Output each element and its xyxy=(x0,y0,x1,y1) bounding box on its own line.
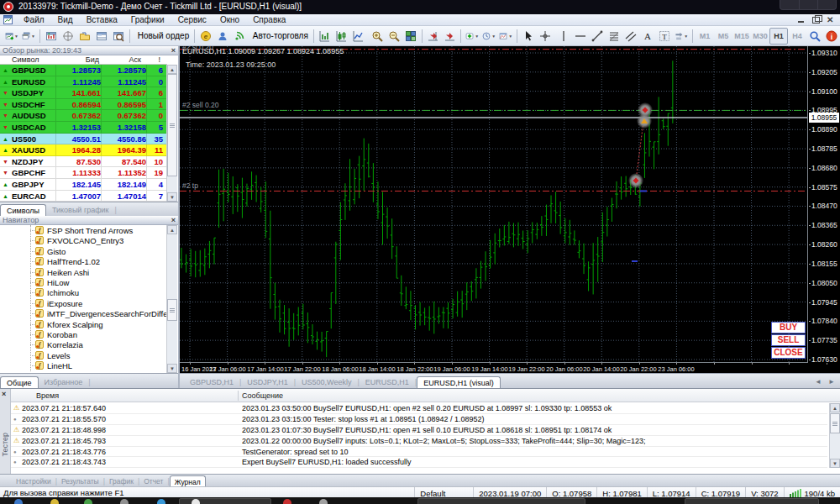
market-watch-button[interactable] xyxy=(43,28,60,45)
menu-2[interactable]: Вставка xyxy=(80,14,124,26)
navigator-item[interactable]: fLineHL xyxy=(0,360,166,370)
new-chart-button[interactable]: ▼ xyxy=(3,28,20,45)
market-watch-scrollbar[interactable]: ▲▼ xyxy=(166,65,177,202)
navigator-item[interactable]: fiMTF_DivergencesSearchForDifferentIn xyxy=(0,308,166,318)
navigator-item[interactable]: fIchimoku xyxy=(0,287,166,297)
minimize-icon[interactable] xyxy=(796,16,806,24)
market-watch-tab-0[interactable]: Символы xyxy=(0,204,46,217)
market-row-usdchf[interactable]: ▼USDCHF0.865940.865951 xyxy=(0,99,167,111)
menu-3[interactable]: Графики xyxy=(124,14,171,26)
market-row-usdjpy[interactable]: ▼USDJPY141.661141.6676 xyxy=(0,87,167,99)
timeframe-m15-button[interactable]: M15 xyxy=(732,28,751,45)
journal-tab-2[interactable]: График xyxy=(105,475,138,487)
journal-scrollbar[interactable]: ▲▼ xyxy=(829,403,840,468)
label-t-button[interactable]: T xyxy=(656,28,673,45)
market-row-nzdjpy[interactable]: ▼NZDJPY87.53087.54010 xyxy=(0,156,167,168)
close-icon[interactable]: × xyxy=(171,216,176,224)
chart-line-button[interactable] xyxy=(349,28,366,45)
indicators-button[interactable]: ▼ xyxy=(464,28,480,45)
taskbar-icon[interactable] xyxy=(192,499,200,504)
journal-tab-3[interactable]: Отчет xyxy=(139,475,167,487)
navigator-item[interactable]: fKoroban xyxy=(0,329,166,339)
data-window-button[interactable] xyxy=(60,28,76,45)
timeframe-h4-button[interactable]: H4 xyxy=(788,28,806,45)
market-row-xauusd[interactable]: ▲XAUUSD1964.281964.3911 xyxy=(0,144,167,156)
market-row-gbpusd[interactable]: ▲GBPUSD1.285731.285796 xyxy=(0,65,167,76)
chart-tab-0[interactable]: GBPUSD,H1 xyxy=(184,376,239,388)
shapes-button[interactable]: ▼ xyxy=(673,28,690,45)
sell-button[interactable]: SELL xyxy=(771,334,806,346)
hline-button[interactable] xyxy=(572,28,589,45)
zoom-in-button[interactable] xyxy=(369,28,386,45)
market-row-eurcad[interactable]: ▲EURCAD1.470071.470147 xyxy=(0,191,167,202)
buy-button[interactable]: BUY xyxy=(771,322,806,333)
market-row-gbpjpy[interactable]: ▲GBPJPY182.145182.1494 xyxy=(0,179,167,191)
navigator-item[interactable]: fHeiken Ashi xyxy=(0,267,166,277)
cursor-button[interactable] xyxy=(520,28,537,45)
navigator-item[interactable]: fKorrelazia xyxy=(0,339,166,349)
timeframe-m30-button[interactable]: M30 xyxy=(751,28,769,45)
market-row-audusd[interactable]: ▼AUDUSD0.673620.673620 xyxy=(0,110,167,122)
zoom-out-button[interactable] xyxy=(386,28,402,45)
navigator-button[interactable] xyxy=(76,28,93,45)
chart-tab-1[interactable]: USDJPY,H1 xyxy=(241,376,293,388)
windows-taskbar[interactable] xyxy=(0,497,840,504)
market-row-us500[interactable]: ▲US5004550.514550.8635 xyxy=(0,134,167,145)
signals-button[interactable] xyxy=(231,28,248,45)
menu-5[interactable]: Окно xyxy=(213,14,246,26)
navigator-item[interactable]: fFXVOLCANO_Entry3 xyxy=(0,235,166,245)
taskbar-icon[interactable] xyxy=(319,499,328,504)
navigator-item[interactable]: fHiLow xyxy=(0,277,166,287)
metaeditor-button[interactable]: e xyxy=(197,28,214,45)
journal-tab-0[interactable]: Настройки xyxy=(12,475,55,487)
chart-bars-button[interactable] xyxy=(316,28,333,45)
market-row-eurusd[interactable]: ▲EURUSD1.112451.112450 xyxy=(0,76,167,88)
navigator-item[interactable]: fHalfTrend-1.02 xyxy=(0,256,166,266)
channel-button[interactable] xyxy=(622,28,639,45)
menu-4[interactable]: Сервис xyxy=(171,14,213,26)
order2-open-marker[interactable] xyxy=(638,102,653,118)
taskbar-icon[interactable] xyxy=(283,499,291,504)
timeframe-m5-button[interactable]: M5 xyxy=(714,28,732,45)
new-order-button[interactable]: Новый ордер xyxy=(133,28,192,45)
autotrade-button[interactable]: Авто-торговля xyxy=(248,28,310,45)
scroll-down-icon[interactable]: ▼ xyxy=(830,459,840,468)
scroll-up-icon[interactable]: ▲ xyxy=(167,65,177,74)
chart-candles-button[interactable] xyxy=(333,28,349,45)
navigator-item[interactable]: fKforex Scalping xyxy=(0,319,166,329)
taskbar-icon[interactable] xyxy=(50,499,59,504)
chart-tabs-scroll-arrows[interactable]: ◄ ► xyxy=(815,378,837,386)
trendline-button[interactable] xyxy=(589,28,606,45)
terminal-button[interactable] xyxy=(93,28,110,45)
chart-tab-3[interactable]: EURUSD,H1 xyxy=(360,376,415,388)
close-button[interactable]: CLOSE xyxy=(771,347,806,359)
timeframe-h1-button[interactable]: H1 xyxy=(769,28,788,45)
close-icon[interactable]: × xyxy=(2,390,6,398)
restore-icon[interactable] xyxy=(811,16,822,24)
scroll-down-icon[interactable]: ▼ xyxy=(167,192,177,202)
scroll-up-icon[interactable]: ▲ xyxy=(167,225,177,234)
navigator-item[interactable]: fFSP Short Trend Arrows xyxy=(0,225,166,235)
navigator-item[interactable]: fGisto xyxy=(0,246,166,256)
chart-plot[interactable]: EURUSD,H1 1.09009 1.09267 1.08924 1.0895… xyxy=(180,46,808,363)
chart-tab-2[interactable]: US500,Weekly xyxy=(296,376,357,388)
periods-button[interactable]: ▼ xyxy=(480,28,497,45)
crosshair-button[interactable] xyxy=(537,28,554,45)
taskbar-icon[interactable] xyxy=(157,499,165,504)
close-icon[interactable]: ✕ xyxy=(827,16,837,24)
scroll-up-icon[interactable]: ▲ xyxy=(830,403,840,412)
market-watch-tab-1[interactable]: Тиковый график xyxy=(46,204,115,216)
vline-button[interactable] xyxy=(555,28,572,45)
scroll-down-icon[interactable]: ▼ xyxy=(167,364,177,373)
profiles-button[interactable]: ▼ xyxy=(20,28,37,45)
order1-open-marker[interactable] xyxy=(628,173,643,188)
market-row-usdcad[interactable]: ▼USDCAD1.321531.321585 xyxy=(0,122,167,134)
taskbar-app-button[interactable] xyxy=(417,498,585,504)
menu-6[interactable]: Справка xyxy=(246,14,292,26)
navigator-item[interactable]: fiExposure xyxy=(0,298,166,308)
menu-1[interactable]: Вид xyxy=(51,14,80,26)
taskbar-app-button[interactable] xyxy=(685,498,819,504)
community-button[interactable] xyxy=(214,28,231,45)
taskbar-icon[interactable] xyxy=(120,499,129,504)
close-icon[interactable]: × xyxy=(171,46,176,55)
